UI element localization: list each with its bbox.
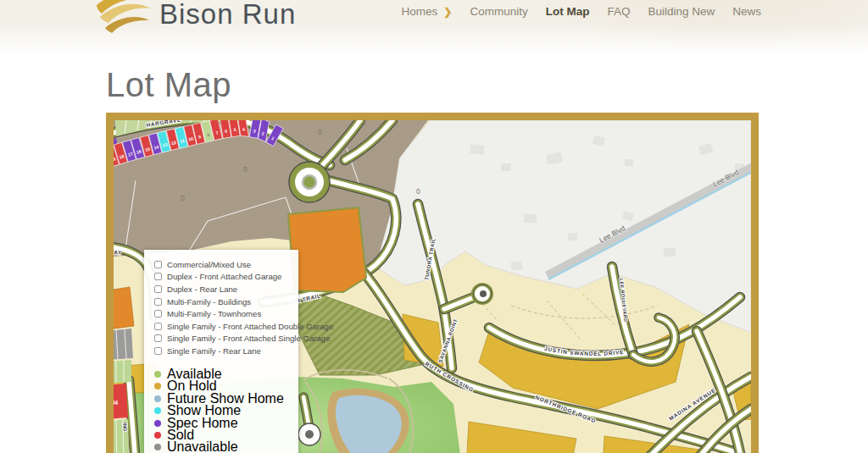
nav-item-label: Homes [402,5,438,18]
nav-item-label: Building New [648,5,715,18]
svg-text:0: 0 [243,165,248,174]
lot-map[interactable]: 19181716151413121110987654321 HARGRAVE W… [106,113,759,453]
nav-item-label: Lot Map [546,5,590,18]
cul-de-sac [473,285,492,303]
nav-item-faq[interactable]: FAQ [607,5,630,18]
legend-type-row: Multi-Family - Townhomes [154,307,290,320]
legend-type-label: Single Family - Rear Lane [167,346,261,356]
commercial-parcel [288,207,366,292]
checkbox[interactable] [154,285,162,293]
checkbox[interactable] [154,323,162,330]
brand-logo[interactable]: Bison Run [92,0,296,36]
legend-status-row: Unavailable [154,441,290,453]
checkbox[interactable] [154,261,162,268]
checkbox[interactable] [154,298,162,306]
legend-type-row: Single Family - Rear Lane [154,345,290,357]
site-header: Bison Run Homes❯CommunityLot MapFAQBuild… [0,0,868,47]
nav-item-label: FAQ [607,5,630,18]
chevron-right-icon: ❯ [443,6,452,18]
legend-type-list: Commercial/Mixed UseDuplex - Front Attac… [154,258,290,357]
small-roundabout [298,423,320,445]
page: Bison Run Homes❯CommunityLot MapFAQBuild… [0,0,868,453]
status-dot [154,432,161,439]
nav-list: Homes❯CommunityLot MapFAQBuilding NewNew… [384,5,761,18]
legend-type-label: Duplex - Rear Lane [167,285,237,294]
svg-text:ING: ING [122,423,128,432]
map-legend: Commercial/Mixed UseDuplex - Front Attac… [144,250,298,453]
legend-type-label: Multi-Family - Buildings [167,297,251,307]
status-dot [154,420,161,427]
nav-item-label: News [732,5,761,18]
legend-type-label: Single Family - Front Attached Single Ga… [167,334,331,343]
legend-type-label: Commercial/Mixed Use [167,260,251,269]
legend-type-row: Single Family - Front Attached Single Ga… [154,333,290,345]
legend-type-label: Multi-Family - Townhomes [167,309,261,318]
status-dot [154,395,161,402]
nav-item-building-new[interactable]: Building New [648,5,715,18]
svg-text:0: 0 [181,194,185,202]
page-title: Lot Map [106,66,231,104]
legend-type-row: Commercial/Mixed Use [154,258,290,271]
checkbox[interactable] [154,334,162,342]
legend-type-label: Duplex - Front Attached Garage [167,272,281,281]
status-dot [154,371,161,378]
status-dot [154,407,161,414]
nav-item-community[interactable]: Community [470,5,527,18]
nav-item-news[interactable]: News [732,5,761,18]
legend-status-label: Unavailable [167,439,238,453]
nav-item-label: Community [470,5,527,18]
main-nav: Homes❯CommunityLot MapFAQBuilding NewNew… [384,5,761,18]
legend-type-label: Single Family - Front Attached Double Ga… [167,322,333,331]
legend-type-row: Multi-Family - Buildings [154,296,290,308]
legend-type-row: Duplex - Front Attached Garage [154,271,290,284]
legend-type-row: Single Family - Front Attached Double Ga… [154,320,290,333]
nav-item-homes[interactable]: Homes❯ [402,5,453,18]
svg-text:0: 0 [416,187,420,196]
status-dot [154,444,161,450]
checkbox[interactable] [154,347,162,355]
nav-item-lot-map[interactable]: Lot Map [546,5,590,18]
checkbox[interactable] [154,273,162,280]
status-dot [154,383,161,389]
legend-type-row: Duplex - Rear Lane [154,283,290,296]
checkbox[interactable] [154,310,162,318]
svg-text:0: 0 [318,128,322,136]
legend-status-list: AvailableOn HoldFuture Show HomeShow Hom… [154,368,290,453]
bison-logo-icon [92,0,154,36]
brand-name: Bison Run [159,0,296,30]
roundabout [289,162,330,202]
